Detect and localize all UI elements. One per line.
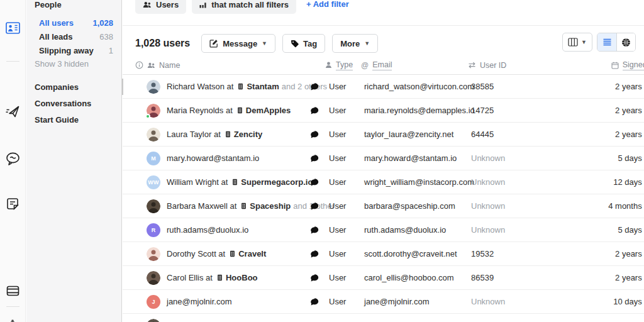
outbound-icon[interactable]: [5, 104, 20, 119]
columns-button[interactable]: ▼: [562, 33, 592, 52]
people-icon: [147, 62, 155, 69]
user-id: 14725: [468, 106, 587, 115]
segment-label: All users: [39, 18, 74, 28]
user-name: mary.howard@stantam.io: [167, 153, 259, 163]
building-icon: [238, 83, 243, 90]
bubble-cell: [306, 202, 325, 211]
user-id: Unknown: [468, 177, 587, 187]
sidebar-segment-item[interactable]: All users 1,028: [26, 16, 121, 30]
conversations-icon[interactable]: [5, 151, 20, 166]
message-bubble-icon[interactable]: [310, 226, 319, 235]
message-bubble-icon[interactable]: [310, 202, 319, 211]
name-cell: Richard Watson at Stantam and 2 others: [135, 80, 306, 94]
contacts-icon[interactable]: [5, 20, 20, 35]
sidebar-link[interactable]: Start Guide: [26, 112, 121, 128]
user-type: User: [325, 249, 361, 258]
message-bubble-icon[interactable]: [310, 106, 319, 115]
avatar: [147, 199, 160, 213]
table-row[interactable]: Dorothy Scott at CraveIt User scott.doro…: [123, 242, 644, 266]
list-view-button[interactable]: [597, 33, 616, 51]
table-row[interactable]: Barbara Maxwell at Spaceship and 1 other…: [123, 194, 644, 218]
table-row[interactable]: R ruth.adams@duolux.io Use: [123, 218, 644, 242]
chevron-down-icon: ▼: [262, 40, 267, 47]
main-content: Users that match all filters + Add filte…: [123, 0, 644, 322]
chevron-down-icon: ▼: [581, 39, 587, 45]
rail-divider: [6, 61, 19, 62]
user-id: 64445: [468, 130, 587, 139]
signed-up: 5 days ago: [587, 153, 644, 163]
header-name[interactable]: Name: [135, 61, 306, 70]
sidebar-segment-item[interactable]: All leads 638: [26, 30, 121, 43]
bubble-cell: [306, 178, 325, 187]
user-type: User: [325, 201, 361, 211]
user-email: ruth.adams@duolux.io: [361, 225, 468, 235]
segment-label: All leads: [39, 32, 72, 42]
more-button[interactable]: More ▼: [332, 34, 378, 53]
avatar: [147, 128, 160, 142]
segment-count: 1,028: [92, 18, 113, 28]
message-bubble-icon[interactable]: [310, 178, 319, 187]
list-icon: [603, 38, 611, 46]
message-bubble-icon[interactable]: [310, 154, 319, 163]
user-name: Carol Ellis at: [167, 273, 213, 282]
add-filter-link[interactable]: + Add filter: [306, 0, 349, 14]
match-filters-button[interactable]: that match all filters: [192, 0, 296, 14]
table-row[interactable]: Richard Watson at Stantam and 2 others U…: [123, 75, 644, 99]
sidebar-heading: People: [35, 0, 62, 10]
message-bubble-icon[interactable]: [310, 82, 319, 91]
company-name: DemApples: [246, 106, 291, 115]
name-cell: Maria Reynolds at DemApples: [135, 104, 306, 118]
show-hidden-link[interactable]: Show 3 hidden: [35, 59, 89, 69]
company-name: Stantam: [247, 82, 279, 91]
table-row[interactable]: J jane@mjolnir.com User: [123, 290, 644, 314]
person-icon: [325, 62, 332, 69]
filter-bar: Users that match all filters + Add filte…: [123, 0, 644, 26]
view-controls: ▼: [562, 33, 636, 52]
message-bubble-icon[interactable]: [310, 274, 319, 282]
sidebar-segment-item[interactable]: Slipping away 1: [26, 43, 121, 57]
name-cell: [135, 319, 306, 322]
header-email[interactable]: @ Email: [361, 60, 468, 70]
message-bubble-icon[interactable]: [310, 297, 319, 306]
user-email: wright_william@instacorp.com: [361, 177, 468, 187]
table-header: Name Type @ Email User ID: [123, 56, 644, 75]
bubble-cell: [306, 154, 325, 163]
user-email: barbara@spaceship.com: [361, 201, 468, 211]
table-row[interactable]: M mary.howard@stantam.io U: [123, 147, 644, 170]
signed-up: 5 days ago: [587, 225, 644, 235]
sidebar-link[interactable]: Conversations: [26, 96, 121, 112]
segment-count: 638: [99, 32, 113, 42]
header-signed-up[interactable]: Signed up: [587, 60, 644, 70]
signed-up: 2 years ago: [587, 130, 644, 139]
header-signed-up-label: Signed up: [623, 60, 644, 70]
articles-icon[interactable]: [5, 196, 20, 211]
table-row[interactable]: [123, 314, 644, 322]
table-row[interactable]: Laura Taylor at Zencity User taylor_laur…: [123, 123, 644, 147]
table-row[interactable]: Carol Ellis at HooBoo User carol_ellis@h…: [123, 266, 644, 290]
map-view-button[interactable]: [616, 33, 635, 51]
message-button[interactable]: Message ▼: [201, 34, 275, 53]
message-bubble-icon[interactable]: [310, 130, 319, 139]
audience-type-button[interactable]: Users: [135, 0, 186, 14]
signed-up: 2 years ago: [587, 106, 644, 115]
user-email: mary.howard@stantam.io: [361, 153, 468, 163]
sidebar-link[interactable]: Companies: [26, 79, 121, 96]
app-icon-rail: [0, 0, 26, 322]
tag-button[interactable]: Tag: [282, 34, 325, 53]
table-body: Richard Watson at Stantam and 2 others U…: [123, 75, 644, 322]
company-name: Spaceship: [250, 201, 291, 211]
building-icon: [232, 179, 238, 186]
table-row[interactable]: WW William Wright at Supermegacorp.io: [123, 170, 644, 194]
table-row[interactable]: Maria Reynolds at DemApples User maria.r…: [123, 99, 644, 123]
segment-list: All users 1,028 All leads 638 Slipping a…: [26, 16, 121, 57]
notifications-icon[interactable]: [5, 316, 20, 322]
name-cell: Barbara Maxwell at Spaceship and 1 other: [135, 199, 306, 213]
message-bubble-icon[interactable]: [310, 250, 319, 258]
knowledge-icon[interactable]: [5, 283, 20, 298]
header-type[interactable]: Type: [325, 60, 361, 70]
user-type: User: [325, 273, 361, 282]
header-user-id[interactable]: User ID: [468, 61, 587, 70]
building-icon: [237, 107, 243, 114]
header-email-label: Email: [372, 60, 392, 70]
tag-icon: [291, 40, 299, 48]
